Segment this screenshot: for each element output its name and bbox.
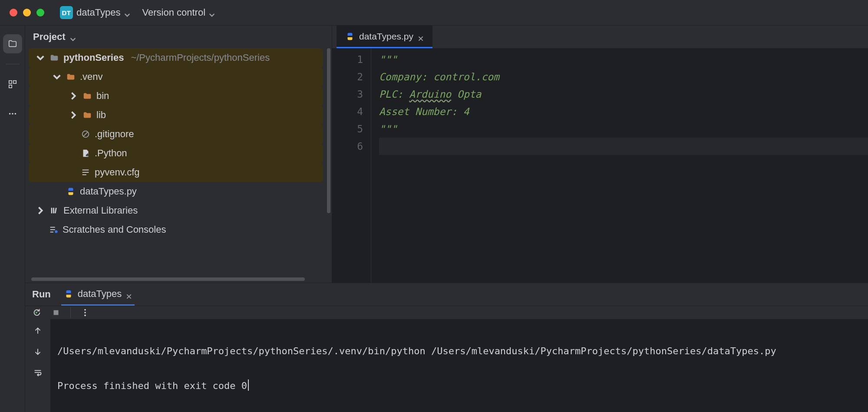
svg-rect-2 [9,85,11,88]
run-tool-header: Run dataTypes [25,283,868,306]
version-control-menu[interactable]: Version control [142,7,215,18]
editor-tab-label: dataTypes.py [359,31,413,42]
svg-point-20 [84,312,86,313]
window-close-button[interactable] [10,9,17,16]
stop-icon[interactable] [51,308,61,317]
editor-tab-datatypes[interactable]: dataTypes.py [337,26,432,48]
tree-item-datatypes[interactable]: dataTypes.py [29,182,323,201]
chevron-right-icon [69,91,78,101]
window-controls [5,9,52,16]
line-number: 3 [332,86,363,103]
line-number-gutter: 1 2 3 4 5 6 [332,48,371,283]
close-icon[interactable] [418,33,424,40]
file-link-icon [81,148,90,158]
more-tool-button[interactable] [3,104,22,123]
svg-rect-0 [9,81,11,83]
svg-point-5 [14,113,16,115]
tool-window-rail [0,26,25,412]
tree-item-label: .gitignore [95,129,134,140]
window-minimize-button[interactable] [23,9,31,16]
svg-rect-12 [53,208,54,214]
project-name: dataTypes [76,7,121,18]
folder-icon [50,53,59,63]
svg-line-7 [83,132,87,136]
python-file-icon [345,32,355,41]
soft-wrap-icon[interactable] [33,368,43,377]
scrollbar-vertical[interactable] [327,48,330,213]
tree-item-label: .venv [80,71,103,82]
scrollbar-thumb[interactable] [31,277,305,281]
svg-point-3 [9,113,10,115]
project-switcher[interactable]: DT dataTypes [60,6,130,19]
code-lines[interactable]: """ Company: control.com PLC: Arduino Op… [371,48,868,283]
folder-icon [8,39,17,49]
scrollbar-horizontal[interactable] [31,276,326,283]
code-area[interactable]: 1 2 3 4 5 6 """ Company: control.com PLC… [332,48,868,283]
line-number: 1 [332,51,363,68]
run-toolbar [25,306,868,319]
arrow-down-icon[interactable] [33,347,43,356]
library-icon [50,206,59,215]
tree-item-label: bin [96,90,109,102]
line-number: 4 [332,103,363,120]
line-number: 2 [332,68,363,86]
run-console-output[interactable]: /Users/mlevanduski/PycharmProjects/pytho… [50,319,868,412]
project-tool-button[interactable] [3,34,22,53]
console-line: /Users/mlevanduski/PycharmProjects/pytho… [57,346,776,356]
run-config-tab[interactable]: dataTypes [61,283,135,306]
python-file-icon [64,289,73,299]
tree-root[interactable]: pythonSeries ~/PycharmProjects/pythonSer… [29,48,323,67]
run-config-name: dataTypes [78,288,122,300]
project-badge: DT [60,6,73,19]
code-line: """ [379,120,868,138]
project-sidebar-header[interactable]: Project [25,26,332,48]
run-title: Run [32,289,51,300]
svg-rect-13 [55,208,57,213]
rail-separator [6,64,20,64]
project-sidebar: Project pythonSeries ~/PycharmProjects/p… [25,26,332,283]
console-line: Process finished with exit code 0 [57,380,247,391]
code-line: """ [379,51,868,68]
arrow-up-icon[interactable] [33,326,43,336]
tree-item-label: lib [96,109,106,121]
text-file-icon [81,168,90,177]
code-line: PLC: Arduino Opta [379,86,868,103]
svg-point-4 [12,113,13,115]
project-tree[interactable]: pythonSeries ~/PycharmProjects/pythonSer… [25,48,332,273]
close-icon[interactable] [126,291,132,297]
project-sidebar-title: Project [33,31,66,43]
chevron-down-icon [52,72,62,82]
code-line: Asset Number: 4 [379,103,868,120]
tree-item-label: pyvenv.cfg [95,167,140,178]
structure-icon [8,79,17,89]
tree-item-gitignore[interactable]: .gitignore [29,125,323,144]
chevron-right-icon [36,206,45,215]
svg-point-19 [84,309,86,311]
svg-rect-11 [51,208,53,214]
tree-item-label: dataTypes.py [80,186,137,197]
tree-item-label: External Libraries [63,205,138,216]
folder-icon [66,72,76,82]
tree-item-dotpython[interactable]: .Python [29,144,323,163]
window-titlebar: DT dataTypes Version control [0,0,868,25]
tree-item-venv[interactable]: .venv [29,67,323,86]
code-editor: dataTypes.py 1 2 3 4 5 6 [332,26,868,283]
tree-item-external-libs[interactable]: External Libraries [29,201,323,220]
scratches-icon [49,225,58,234]
tree-item-pyvenv[interactable]: pyvenv.cfg [29,163,323,182]
tree-item-label: pythonSeries [63,52,124,63]
tree-item-lib[interactable]: lib [29,105,323,125]
code-line: Company: control.com [379,68,868,86]
folder-icon [83,91,92,101]
chevron-down-icon [70,34,76,40]
version-control-label: Version control [142,7,206,18]
chevron-down-icon [36,53,45,63]
rerun-icon[interactable] [32,308,42,317]
more-horizontal-icon [8,109,17,119]
more-vertical-icon[interactable] [80,308,90,317]
run-side-toolbar [25,319,50,412]
tree-item-bin[interactable]: bin [29,86,323,105]
window-zoom-button[interactable] [36,9,44,16]
tree-item-scratches[interactable]: Scratches and Consoles [29,220,323,239]
structure-tool-button[interactable] [3,75,22,94]
